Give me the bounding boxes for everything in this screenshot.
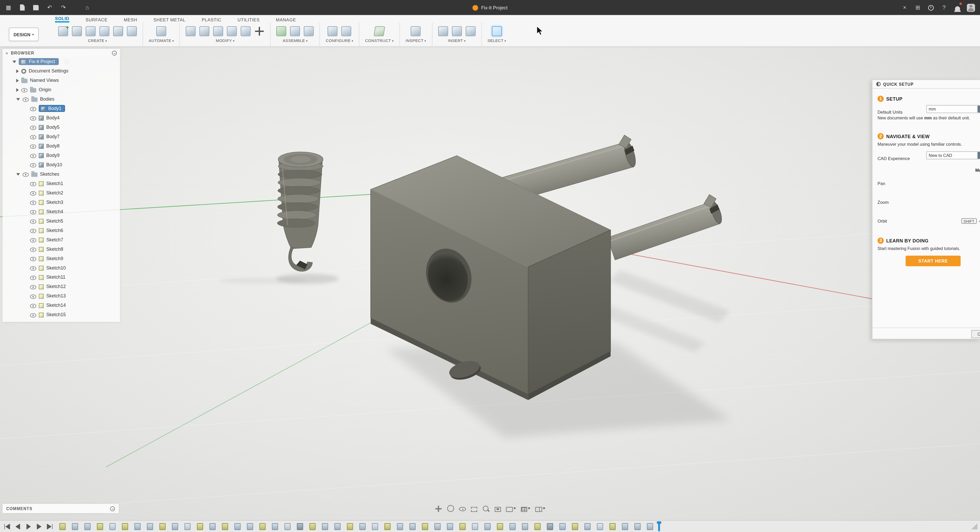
timeline-feature-34-fillet[interactable] [472,523,478,530]
timeline-feature-44-fillet[interactable] [597,523,603,530]
construct-tool-1-icon[interactable] [374,26,385,36]
browser-row-sketch8[interactable]: Sketch8 [3,244,120,254]
modify-tool-3-icon[interactable] [213,26,223,36]
browser-row-body7[interactable]: Body7 [3,132,120,141]
configure-tool-2-icon[interactable] [341,26,352,36]
browser-row-sketch6[interactable]: Sketch6 [3,226,120,235]
redo-icon[interactable]: ↷ [60,3,67,11]
browser-row-body8[interactable]: Body8 [3,141,120,151]
help-icon[interactable]: ? [941,3,947,11]
assemble-tool-3-icon[interactable] [304,26,314,36]
timeline-feature-13-extrude[interactable] [209,523,216,530]
browser-row-sketch14[interactable]: Sketch14 [3,301,120,310]
browser-options-icon[interactable] [112,50,117,55]
timeline-feature-19-fillet[interactable] [284,523,291,530]
timeline-feature-29-extrude[interactable] [409,523,416,530]
timeline-feature-14-sketch[interactable] [222,523,228,530]
timeline-feature-3-extrude[interactable] [84,523,91,530]
toolbar-group-modify-label[interactable]: MODIFY [216,38,235,43]
toolbar-group-automate-label[interactable]: AUTOMATE [149,38,174,43]
zoom-icon[interactable] [482,505,490,512]
tab-mesh[interactable]: MESH [124,17,137,22]
visibility-eye-icon[interactable] [30,237,36,243]
timeline-feature-15-extrude[interactable] [234,523,240,530]
expander-icon[interactable] [13,60,16,63]
visibility-eye-icon[interactable] [30,209,36,215]
timeline-feature-27-sketch[interactable] [385,523,391,530]
browser-row-sketch1[interactable]: Sketch1 [3,179,120,188]
timeline-feature-26-fillet[interactable] [372,523,378,530]
timeline-feature-4-sketch[interactable] [97,523,103,530]
visibility-eye-icon[interactable] [30,265,36,271]
visibility-eye-icon[interactable] [30,293,36,299]
insert-tool-2-icon[interactable] [452,26,461,36]
timeline-feature-38-extrude[interactable] [522,523,528,530]
save-icon[interactable] [33,3,39,11]
tab-sheet-metal[interactable]: SHEET METAL [154,17,186,22]
visibility-eye-icon[interactable] [30,255,36,262]
timeline-feature-36-sketch[interactable] [497,523,503,530]
visibility-eye-icon[interactable] [30,246,36,252]
timeline-feature-17-sketch[interactable] [259,523,266,530]
expander-icon[interactable] [16,98,20,100]
toolbar-group-select-label[interactable]: SELECT [487,38,506,43]
timeline-feature-47-extrude[interactable] [635,523,641,530]
timeline-feature-25-extrude[interactable] [360,523,366,530]
browser-row-named-views[interactable]: Named Views [3,76,120,85]
timeline-feature-5-fillet[interactable] [110,523,116,530]
fit-icon[interactable] [495,505,501,512]
timeline-feature-39-sketch[interactable] [534,523,541,530]
visibility-eye-icon[interactable] [30,284,36,290]
close-button[interactable]: CLOSE [971,330,980,338]
toolbar-group-configure-label[interactable]: CONFIGURE [326,38,353,43]
browser-row-sketch4[interactable]: Sketch4 [3,207,120,217]
timeline-feature-37-extrude[interactable] [509,523,515,530]
activate-component-radio-icon[interactable] [64,59,69,64]
visibility-eye-icon[interactable] [30,312,36,318]
zoom-window-icon[interactable] [471,505,477,512]
timeline-feature-7-extrude[interactable] [135,523,141,530]
default-units-dropdown[interactable]: mm ▼ [926,105,980,113]
browser-row-sketch10[interactable]: Sketch10 [3,263,120,272]
comments-bar[interactable]: COMMENTS [3,504,119,513]
cad-experience-dropdown[interactable]: New to CAD ▼ [926,151,980,159]
select-tool-1-icon[interactable] [492,26,502,36]
create-tool-4-icon[interactable] [99,26,109,36]
toolbar-group-assemble-label[interactable]: ASSEMBLE [283,38,308,43]
timeline-feature-10-extrude[interactable] [172,523,178,530]
browser-row-sketch9[interactable]: Sketch9 [3,254,120,263]
timeline-feature-16-extrude[interactable] [247,523,253,530]
comments-collapse-icon[interactable] [110,506,115,511]
create-tool-1-icon[interactable] [58,26,68,36]
timeline-feature-35-extrude[interactable] [484,523,490,530]
timeline-feature-23-extrude[interactable] [334,523,340,530]
visibility-eye-icon[interactable] [30,152,36,158]
play-icon[interactable] [25,523,32,530]
timeline-feature-11-fillet[interactable] [184,523,191,530]
browser-row-origin[interactable]: Origin [3,85,120,94]
tab-surface[interactable]: SURFACE [86,17,107,22]
browser-row-sketch13[interactable]: Sketch13 [3,291,120,301]
browser-row-sketches[interactable]: Sketches [3,169,120,179]
timeline-feature-42-sketch[interactable] [572,523,578,530]
notifications-icon[interactable] [954,3,961,11]
assemble-tool-2-icon[interactable] [290,26,300,36]
look-at-icon[interactable] [459,505,466,511]
timeline-position-marker[interactable] [658,522,660,531]
timeline-feature-18-extrude[interactable] [272,523,278,530]
modify-tool-1-icon[interactable] [186,26,196,36]
undo-icon[interactable]: ↶ [46,3,53,11]
browser-row-sketch7[interactable]: Sketch7 [3,235,120,244]
tab-solid[interactable]: SOLID [55,16,69,22]
tab-manage[interactable]: MANAGE [276,17,296,22]
visibility-eye-icon[interactable] [30,105,36,111]
browser-row-body1[interactable]: Body1 [3,104,120,113]
toolbar-group-inspect-label[interactable]: INSPECT [406,38,426,43]
timeline-feature-46-extrude[interactable] [622,523,628,530]
modify-tool-5-icon[interactable] [241,26,251,36]
avatar[interactable] [967,3,975,11]
visibility-eye-icon[interactable] [30,180,36,186]
assemble-tool-1-icon[interactable] [277,26,286,36]
browser-row-sketch12[interactable]: Sketch12 [3,282,120,291]
extensions-icon[interactable]: ⊞ [914,3,921,11]
